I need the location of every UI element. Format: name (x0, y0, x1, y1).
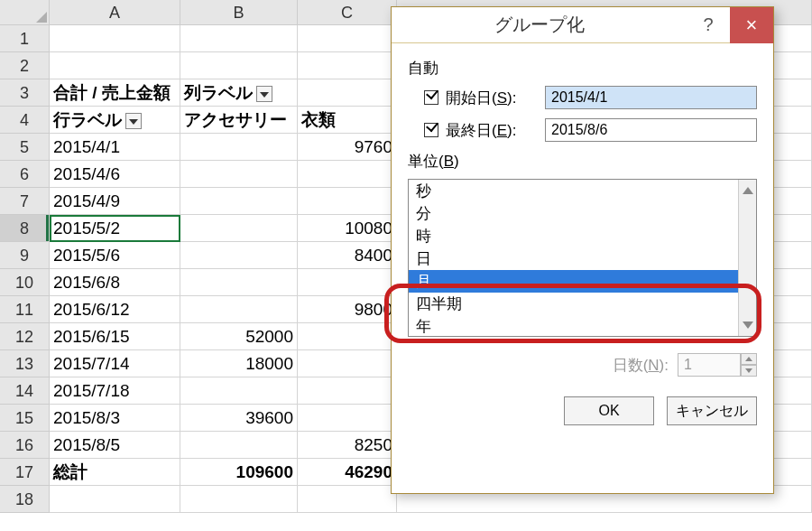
cell[interactable]: アクセサリー (180, 107, 298, 134)
cell[interactable]: 18000 (180, 350, 298, 377)
cell[interactable] (50, 52, 180, 79)
cell[interactable]: 2015/5/2 (50, 215, 180, 242)
cell[interactable]: 列ラベル (180, 79, 298, 107)
cancel-button[interactable]: キャンセル (667, 396, 757, 425)
cell[interactable] (298, 52, 397, 79)
days-spinner (678, 353, 757, 377)
cell[interactable] (298, 79, 397, 107)
cell[interactable]: 2015/7/14 (50, 350, 180, 377)
cell[interactable] (298, 269, 397, 296)
col-header-C[interactable]: C (298, 0, 397, 25)
col-header-B[interactable]: B (180, 0, 298, 25)
cell[interactable] (298, 25, 397, 52)
end-date-label: 最終日(E): (446, 120, 545, 141)
row-header[interactable]: 10 (0, 269, 50, 296)
row-header[interactable]: 13 (0, 350, 50, 377)
start-date-checkbox[interactable] (424, 90, 438, 105)
end-date-checkbox[interactable] (424, 123, 438, 137)
start-date-input[interactable] (545, 86, 757, 109)
row-header[interactable]: 8 (0, 215, 50, 242)
row-header[interactable]: 5 (0, 134, 50, 161)
unit-label: 単位(B) (408, 151, 757, 172)
cell[interactable] (180, 52, 298, 79)
unit-option[interactable]: 時 (409, 225, 756, 247)
cell[interactable]: 2015/7/18 (50, 377, 180, 405)
row-header[interactable]: 17 (0, 459, 50, 486)
help-button[interactable]: ? (687, 7, 730, 43)
row-header[interactable]: 16 (0, 432, 50, 459)
cell[interactable] (50, 25, 180, 52)
cell[interactable]: 2015/4/9 (50, 188, 180, 215)
row-header[interactable]: 15 (0, 405, 50, 432)
end-date-input[interactable] (545, 118, 757, 142)
cell[interactable]: 8400 (298, 242, 397, 269)
unit-option[interactable]: 分 (409, 202, 756, 225)
days-label: 日数(N): (613, 355, 669, 376)
cell[interactable]: 39600 (180, 405, 298, 432)
cell[interactable]: 2015/6/12 (50, 296, 180, 323)
cell[interactable] (298, 323, 397, 350)
days-spin-down[interactable] (741, 365, 757, 377)
row-header[interactable]: 11 (0, 296, 50, 323)
row-header[interactable]: 4 (0, 107, 50, 134)
cell[interactable] (180, 134, 298, 161)
row-header[interactable]: 6 (0, 161, 50, 188)
cell[interactable] (180, 377, 298, 405)
cell[interactable] (180, 215, 298, 242)
row-header[interactable]: 7 (0, 188, 50, 215)
days-spin-up[interactable] (741, 353, 757, 365)
cell[interactable] (180, 25, 298, 52)
row-header[interactable]: 12 (0, 323, 50, 350)
cell[interactable]: 2015/8/5 (50, 432, 180, 459)
cell[interactable]: 2015/8/3 (50, 405, 180, 432)
cell[interactable]: 8250 (298, 432, 397, 459)
cell[interactable] (298, 161, 397, 188)
select-all-corner[interactable] (0, 0, 50, 25)
cell[interactable] (180, 486, 298, 513)
cell[interactable] (298, 350, 397, 377)
cell[interactable] (298, 377, 397, 405)
cell[interactable] (180, 188, 298, 215)
cell[interactable]: 2015/6/15 (50, 323, 180, 350)
cell[interactable]: 46290 (298, 459, 397, 486)
cell[interactable] (298, 188, 397, 215)
cell[interactable]: 2015/4/1 (50, 134, 180, 161)
row-header[interactable]: 14 (0, 377, 50, 405)
cell[interactable]: 衣類 (298, 107, 397, 134)
cell[interactable]: 10080 (298, 215, 397, 242)
cell[interactable]: 9760 (298, 134, 397, 161)
cell[interactable] (298, 486, 397, 513)
days-input[interactable] (678, 353, 741, 377)
row-header[interactable]: 18 (0, 486, 50, 513)
cell[interactable]: 行ラベル (50, 107, 180, 134)
row-header[interactable]: 1 (0, 25, 50, 52)
cell[interactable]: 合計 / 売上金額 (50, 79, 180, 107)
cell[interactable] (180, 269, 298, 296)
annotation-highlight (384, 284, 761, 343)
end-date-row: 最終日(E): (424, 118, 757, 142)
cell[interactable]: 109600 (180, 459, 298, 486)
ok-button[interactable]: OK (564, 396, 654, 425)
cell[interactable] (180, 296, 298, 323)
row-header[interactable]: 2 (0, 52, 50, 79)
cell[interactable]: 52000 (180, 323, 298, 350)
cell[interactable] (180, 161, 298, 188)
cell[interactable]: 2015/5/6 (50, 242, 180, 269)
cell[interactable]: 2015/6/8 (50, 269, 180, 296)
unit-option[interactable]: 秒 (409, 180, 756, 202)
scroll-up-icon[interactable] (743, 183, 753, 194)
cell[interactable]: 総計 (50, 459, 180, 486)
cell[interactable] (180, 242, 298, 269)
cell[interactable] (298, 405, 397, 432)
row-filter-button[interactable] (125, 113, 142, 129)
close-button[interactable]: × (730, 7, 773, 43)
unit-option[interactable]: 日 (409, 247, 756, 270)
col-header-A[interactable]: A (50, 0, 180, 25)
cell[interactable]: 2015/4/6 (50, 161, 180, 188)
column-filter-button[interactable] (256, 86, 272, 102)
cell[interactable] (50, 486, 180, 513)
cell[interactable] (180, 432, 298, 459)
row-header[interactable]: 3 (0, 79, 50, 107)
cell[interactable]: 9800 (298, 296, 397, 323)
row-header[interactable]: 9 (0, 242, 50, 269)
